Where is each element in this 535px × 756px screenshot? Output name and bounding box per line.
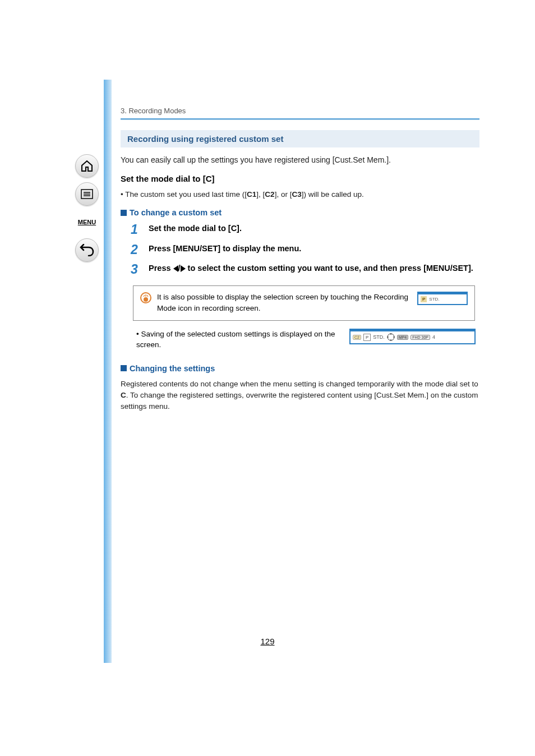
c3-glyph: C3	[292, 190, 301, 199]
bullet-square-icon	[121, 210, 127, 216]
thumb-mp4-badge: MP4	[397, 335, 408, 340]
changing-settings-body: Registered contents do not change when t…	[121, 379, 479, 413]
blue-side-strip	[104, 80, 112, 663]
step-number: 2	[131, 243, 141, 257]
text-fragment: Press	[149, 264, 173, 273]
c1-glyph: C1	[247, 190, 256, 199]
section-heading: Recording using registered custom set	[121, 130, 479, 147]
screen-thumbnail-large: C2 P STD. MP4 FHD 30P 4	[349, 329, 476, 344]
text-fragment: Set the mode dial to [	[149, 224, 231, 233]
thumb-4-label: 4	[432, 334, 435, 340]
thumb-std-label: STD.	[373, 334, 385, 340]
thumb-c2-badge: C2	[353, 335, 361, 340]
text-fragment: Set the mode dial to [	[121, 174, 206, 183]
tip-icon	[140, 292, 151, 303]
text-fragment: Changing the settings	[130, 364, 215, 373]
text-fragment: ].	[237, 224, 242, 233]
c2-glyph: C2	[265, 190, 274, 199]
c-glyph: C	[121, 391, 126, 399]
text-fragment: • The custom set you used last time ([	[121, 190, 247, 199]
text-fragment: To change a custom set	[130, 208, 222, 217]
page-number[interactable]: 129	[0, 637, 535, 646]
step-text: Press / to select the custom setting you…	[149, 262, 479, 274]
toc-icon[interactable]	[75, 182, 99, 206]
step-number: 1	[131, 223, 141, 237]
menu-button[interactable]: MENU	[75, 210, 99, 234]
chapter-title: 3. Recording Modes	[121, 107, 479, 115]
chapter-rule	[121, 118, 479, 120]
af-target-icon	[387, 333, 395, 341]
step-number: 3	[131, 262, 141, 276]
text-fragment: ]) will be called up.	[302, 190, 364, 199]
bullet-square-icon	[121, 365, 127, 371]
step-text: Set the mode dial to [C].	[149, 223, 479, 234]
left-arrow-icon	[173, 265, 178, 272]
step-3: 3 Press / to select the custom setting y…	[131, 262, 479, 276]
text-fragment: ], [	[256, 190, 265, 199]
text-fragment: to select the custom setting you want to…	[186, 264, 473, 273]
text-fragment: . To change the registered settings, ove…	[121, 391, 478, 411]
svg-point-5	[144, 297, 148, 302]
thumb-fhd-badge: FHD 30P	[411, 335, 430, 340]
home-icon[interactable]	[75, 154, 99, 178]
intro-text: You can easily call up the settings you …	[121, 154, 479, 166]
changing-settings-heading: Changing the settings	[121, 364, 479, 373]
back-icon[interactable]	[75, 238, 99, 262]
thumb-p-badge: P	[363, 334, 371, 341]
right-arrow-icon	[181, 265, 186, 272]
dial-note: • The custom set you used last time ([C1…	[121, 189, 479, 200]
tip-note-box: It is also possible to display the selec…	[133, 285, 475, 321]
c-glyph: C	[231, 224, 237, 233]
change-custom-heading: To change a custom set	[121, 208, 479, 217]
thumb-std-label: STD.	[429, 297, 439, 302]
c-glyph: C	[206, 174, 212, 183]
saving-note: • Saving of the selected custom settings…	[136, 329, 338, 351]
set-dial-heading: Set the mode dial to [C]	[121, 174, 479, 183]
text-fragment: Registered contents do not change when t…	[121, 380, 478, 388]
screen-thumbnail-small: P STD.	[417, 292, 468, 305]
thumb-p-badge: P	[421, 296, 427, 302]
text-fragment: ]	[212, 174, 215, 183]
step-1: 1 Set the mode dial to [C].	[131, 223, 479, 237]
tip-text: It is also possible to display the selec…	[157, 292, 412, 315]
text-fragment: ], or [	[275, 190, 292, 199]
step-text: Press [MENU/SET] to display the menu.	[149, 243, 479, 255]
step-2: 2 Press [MENU/SET] to display the menu.	[131, 243, 479, 257]
